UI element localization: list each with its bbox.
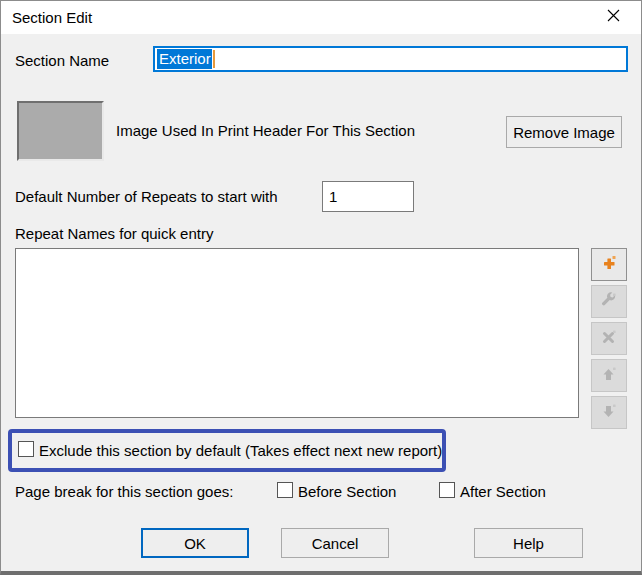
section-name-value: Exterior <box>157 49 212 69</box>
delete-x-icon <box>601 329 617 349</box>
repeat-names-label: Repeat Names for quick entry <box>15 225 213 242</box>
help-button[interactable]: Help <box>474 528 583 558</box>
section-edit-dialog: Section Edit Section Name Exterior Image… <box>0 0 642 575</box>
ok-button[interactable]: OK <box>141 528 249 558</box>
edit-repeat-button <box>591 285 627 318</box>
exclude-section-label: Exclude this section by default (Takes e… <box>39 442 442 459</box>
section-name-input[interactable]: Exterior <box>153 46 628 72</box>
plus-icon <box>601 255 617 275</box>
image-placeholder <box>17 101 104 161</box>
before-section-label: Before Section <box>298 483 396 500</box>
remove-image-button[interactable]: Remove Image <box>506 116 622 148</box>
default-repeats-label: Default Number of Repeats to start with <box>15 188 278 205</box>
cancel-button[interactable]: Cancel <box>281 528 389 558</box>
delete-repeat-button <box>591 322 627 355</box>
repeat-names-listbox[interactable] <box>15 248 579 418</box>
close-icon <box>606 8 621 27</box>
default-repeats-input[interactable]: 1 <box>322 181 414 212</box>
image-label: Image Used In Print Header For This Sect… <box>116 122 415 139</box>
text-caret <box>213 50 215 68</box>
move-down-button <box>591 396 627 429</box>
before-section-checkbox[interactable] <box>277 482 293 498</box>
window-title: Section Edit <box>12 9 92 26</box>
exclude-section-checkbox[interactable] <box>18 441 34 457</box>
arrow-down-icon <box>601 403 617 423</box>
wrench-icon <box>601 292 617 312</box>
close-button[interactable] <box>593 1 633 33</box>
after-section-label: After Section <box>460 483 546 500</box>
move-up-button <box>591 359 627 392</box>
after-section-checkbox[interactable] <box>439 482 455 498</box>
arrow-up-icon <box>601 366 617 386</box>
add-repeat-button[interactable] <box>591 248 627 281</box>
section-name-label: Section Name <box>15 52 109 69</box>
page-break-label: Page break for this section goes: <box>15 483 233 500</box>
titlebar: Section Edit <box>1 1 641 34</box>
